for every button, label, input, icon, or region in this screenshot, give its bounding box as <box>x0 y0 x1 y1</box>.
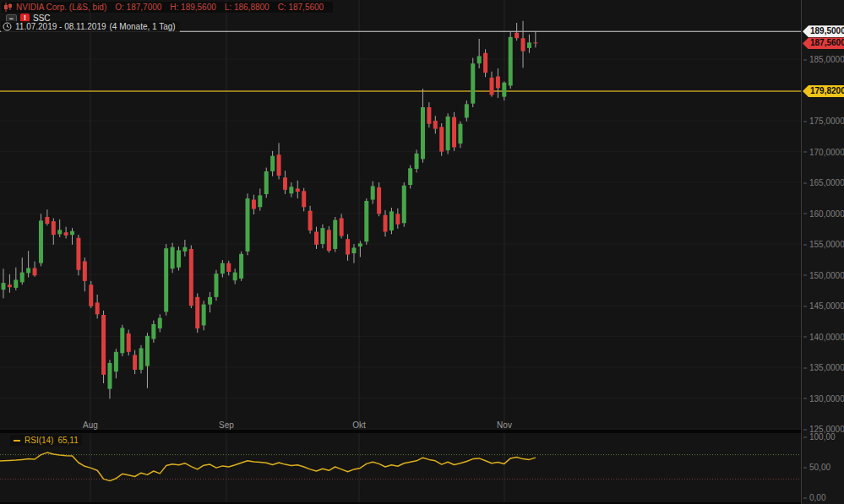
candle-body <box>415 154 419 169</box>
rsi-line <box>0 453 536 481</box>
alert-level-badge: 179,8200 <box>803 85 844 97</box>
candle-body <box>214 274 218 297</box>
pane-divider <box>0 430 801 433</box>
month-label: Sep <box>210 420 243 430</box>
candle-body <box>302 191 306 207</box>
candle-body <box>101 315 106 375</box>
candle-body <box>246 198 250 252</box>
candle-body <box>45 217 49 224</box>
candle-body <box>158 318 162 328</box>
candle-body <box>151 324 155 339</box>
candle-body <box>164 248 168 312</box>
candle-body <box>139 348 144 370</box>
instrument-title: NVIDIA Corp. (L&S, bid) <box>16 3 106 12</box>
candle-body <box>439 127 444 151</box>
candle-body <box>289 187 293 193</box>
high-level-badge: 189,5000 <box>803 25 844 37</box>
candle-body <box>364 201 368 241</box>
candle-body <box>346 239 350 254</box>
candle-body <box>145 336 150 366</box>
candle-body <box>195 297 199 328</box>
candle-body <box>496 77 500 89</box>
candle-body <box>489 78 493 95</box>
price-tick-label: 155,0000 <box>803 240 844 249</box>
candle-body <box>26 268 30 274</box>
month-label: Nov <box>487 420 521 430</box>
candle-body <box>208 297 212 305</box>
rsi-tick-label: 50,00 <box>803 463 830 472</box>
candle-body <box>421 107 425 159</box>
candle-body <box>283 177 287 190</box>
chart-window: NVIDIA Corp. (L&S, bid) O: 187,7000 H: 1… <box>0 0 844 504</box>
candle-body <box>76 238 80 270</box>
clock-icon <box>3 22 12 31</box>
candle-body <box>14 279 18 287</box>
candle-body <box>377 187 381 214</box>
candle-body <box>252 200 256 209</box>
candle-body <box>89 285 93 306</box>
candle-body <box>533 42 537 43</box>
candle-body <box>446 117 450 150</box>
price-axis[interactable]: 185,0000175,0000170,0000165,0000160,0000… <box>801 0 844 504</box>
date-range-text: 11.07.2019 - 08.11.2019 <box>15 22 106 31</box>
candle-body <box>371 186 375 199</box>
candle-body <box>395 214 400 224</box>
candle-body <box>296 188 300 192</box>
rsi-tick-label: 0,00 <box>803 493 825 502</box>
candle-body <box>515 33 519 39</box>
candle-body <box>95 302 100 314</box>
candle-body <box>171 247 175 269</box>
rsi-tick-label: 100,00 <box>803 432 836 442</box>
candle-body <box>52 221 56 235</box>
candle-body <box>351 247 356 253</box>
price-tick-label: 140,0000 <box>803 332 844 341</box>
candle-body <box>277 154 281 176</box>
candle-body <box>20 273 25 283</box>
candle-body <box>226 263 231 272</box>
candle-body <box>340 218 344 236</box>
candle-body <box>127 333 131 352</box>
candle-body <box>239 254 243 279</box>
candle-body <box>465 104 469 117</box>
ohlc-low: L: 186,8800 <box>225 3 270 12</box>
price-tick-label: 135,0000 <box>803 363 844 372</box>
candle-body <box>107 363 112 389</box>
price-tick-label: 150,0000 <box>803 270 844 279</box>
candle-body <box>120 328 124 353</box>
candlestick-chart[interactable] <box>0 0 801 504</box>
candle-body <box>384 215 388 232</box>
candle-body <box>57 230 62 234</box>
price-tick-label: 145,0000 <box>803 301 844 311</box>
candle-body <box>433 121 438 128</box>
candle-body <box>320 228 324 244</box>
candle-body <box>408 168 412 185</box>
rsi-line-icon <box>14 440 20 442</box>
candle-body <box>33 268 37 276</box>
candle-body <box>527 42 531 48</box>
candle-body <box>114 352 118 371</box>
candle-body <box>314 231 319 244</box>
candle-body <box>358 243 362 247</box>
instrument-legend[interactable]: NVIDIA Corp. (L&S, bid) O: 187,7000 H: 1… <box>2 2 333 13</box>
rsi-label: RSI(14) <box>25 436 53 445</box>
candle-body <box>258 195 262 207</box>
date-range-duration: (4 Monate, 1 Tag) <box>110 22 176 31</box>
candle-body <box>458 124 462 144</box>
price-chart-pane[interactable]: NVIDIA Corp. (L&S, bid) O: 187,7000 H: 1… <box>0 0 801 504</box>
rsi-legend[interactable]: RSI(14) 65,11 <box>10 435 82 446</box>
price-tick-label: 160,0000 <box>803 209 844 218</box>
candle-body <box>8 285 12 287</box>
candle-body <box>452 117 456 148</box>
candles-icon <box>3 3 13 12</box>
candle-body <box>427 107 431 124</box>
candle-body <box>2 283 6 290</box>
candle-body <box>308 211 313 230</box>
candle-body <box>177 250 181 267</box>
candle-body <box>471 63 475 103</box>
candle-body <box>509 37 513 86</box>
date-range[interactable]: 11.07.2019 - 08.11.2019 (4 Monate, 1 Tag… <box>1 21 180 32</box>
month-label: Okt <box>342 420 376 430</box>
ohlc-high: H: 189,5600 <box>170 3 216 12</box>
price-tick-label: 165,0000 <box>803 178 844 187</box>
candle-body <box>483 53 487 73</box>
